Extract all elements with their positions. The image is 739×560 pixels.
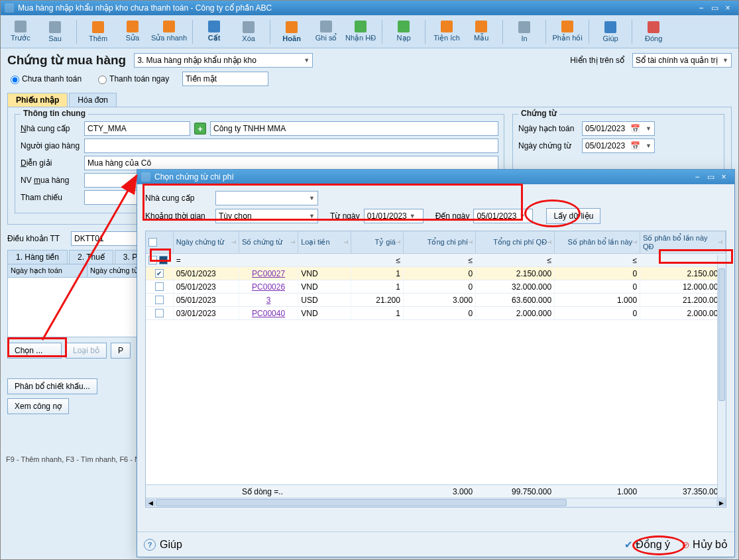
display-on-dropdown[interactable]: Sổ tài chính và quản trị▼ (632, 53, 732, 68)
toolbar-xóa[interactable]: Xóa (233, 17, 264, 46)
grid-filter-2[interactable] (239, 254, 298, 266)
grid-filter-5[interactable]: ≤ (404, 254, 476, 266)
toolbar-icon (441, 21, 453, 32)
maximize-button[interactable]: ▭ (708, 3, 721, 13)
toolbar-sửa[interactable]: Sửa (117, 17, 148, 46)
supplier-name-input[interactable] (210, 121, 498, 136)
modal-from-date[interactable]: 01/01/2023▼ (364, 209, 424, 223)
grid-hscroll[interactable]: ◀ ▶ (146, 498, 726, 507)
add-supplier-icon[interactable]: + (194, 123, 206, 135)
description-input[interactable] (84, 156, 498, 170)
grid-col-4[interactable]: Tỷ giá⊣ (351, 231, 404, 254)
toolbar-ghi-sổ[interactable]: Ghi sổ (310, 17, 342, 46)
toolbar-tiện-ích[interactable]: Tiện ích (431, 17, 463, 46)
grid-col-7[interactable]: Số phân bổ lần này⊣ (555, 231, 640, 254)
toolbar-giúp[interactable]: Giúp (595, 17, 626, 46)
post-date-input[interactable]: 05/01/2023📅▼ (582, 121, 655, 136)
grid-filter-6[interactable]: ≤ (476, 254, 555, 266)
grid-total-6: 99.750.000 (476, 485, 555, 498)
voucher-link[interactable]: PC00026 (252, 282, 285, 292)
grid-col-8[interactable]: Số phân bổ lần này QĐ⊣ (640, 231, 726, 254)
subtab-goods-money[interactable]: 1. Hàng tiền (7, 250, 68, 264)
toolbar-hoãn[interactable]: Hoãn (276, 17, 308, 46)
remove-button[interactable]: Loại bỏ (66, 343, 107, 359)
grid-vscroll[interactable] (717, 255, 726, 498)
modal-period-dropdown[interactable]: Tùy chọn▼ (215, 209, 318, 223)
cancel-button[interactable]: Hủy bỏ (693, 538, 728, 551)
ok-button[interactable]: Đồng ý (636, 538, 670, 551)
col-post-date[interactable]: Ngày hạch toán (8, 264, 87, 277)
voucher-link[interactable]: 3 (266, 296, 271, 305)
toolbar-icon (243, 21, 255, 33)
grid-row[interactable]: 05/01/2023PC00026VND1032.000.000012.000.… (146, 280, 726, 294)
paid-now-radio[interactable]: Thanh toán ngay (95, 74, 169, 84)
toolbar-thêm[interactable]: Thêm (82, 17, 114, 46)
grid-col-1[interactable]: Ngày chứng từ⊣ (174, 231, 239, 254)
minimize-button[interactable]: − (695, 3, 708, 13)
unpaid-radio[interactable]: Chưa thanh toán (7, 74, 82, 84)
row-checkbox[interactable] (155, 269, 164, 278)
deliverer-input[interactable] (84, 139, 498, 153)
toolbar-icon (648, 21, 659, 33)
cash-type-input[interactable] (182, 72, 268, 86)
toolbar-sửa-nhanh[interactable]: Sửa nhanh (151, 17, 187, 46)
display-on-value: Sổ tài chính và quản trị (636, 56, 718, 65)
view-debt-button[interactable]: Xem công nợ (7, 398, 69, 414)
modal-maximize[interactable]: ▭ (704, 172, 717, 182)
grid-row[interactable]: 05/01/20233USD21.2003.00063.600.0001.000… (146, 294, 726, 307)
tab-entry-slip[interactable]: Phiếu nhập (7, 93, 68, 107)
toolbar-nạp[interactable]: Nạp (388, 17, 420, 46)
general-info-group: Thông tin chung (21, 109, 88, 118)
grid-row[interactable]: 05/01/2023PC00027VND102.150.00002.150.00… (146, 267, 726, 280)
grid-col-5[interactable]: Tổng chi phí⊣ (404, 231, 476, 254)
modal-minimize[interactable]: − (691, 172, 704, 182)
modal-close[interactable]: × (717, 172, 730, 182)
help-icon[interactable]: ? (144, 539, 156, 551)
grid-filter-3[interactable] (298, 254, 351, 266)
supplier-code-input[interactable] (84, 121, 190, 136)
modal-supplier-label: Nhà cung cấp (145, 194, 211, 203)
grid-filter-0[interactable] (146, 254, 174, 266)
page-title: Chứng từ mua hàng (7, 52, 126, 68)
purchase-type-dropdown[interactable]: 3. Mua hàng nhập khẩu nhập kho▼ (134, 53, 313, 68)
modal-to-label: Đến ngày (435, 211, 470, 221)
toolbar-trước[interactable]: Trước (5, 17, 36, 46)
close-button[interactable]: × (721, 3, 734, 13)
row-checkbox[interactable] (155, 309, 164, 317)
discount-allocation-button[interactable]: Phân bổ chiết khấu... (7, 378, 97, 394)
modal-supplier-dropdown[interactable]: ▼ (215, 191, 318, 205)
p-button[interactable]: P (111, 343, 131, 359)
help-button[interactable]: Giúp (160, 539, 182, 551)
toolbar-cất[interactable]: Cất (198, 17, 230, 46)
toolbar-đóng[interactable]: Đóng (638, 17, 669, 46)
grid-filter-8[interactable]: ≤ (640, 254, 726, 266)
voucher-date-input[interactable]: 05/01/2023📅▼ (582, 139, 655, 153)
toolbar-in[interactable]: In (508, 17, 540, 46)
subtab-tax[interactable]: 2. Thuế (69, 250, 113, 264)
toolbar-nhận-hđ[interactable]: Nhận HĐ (345, 17, 376, 46)
grid-filter-7[interactable]: ≤ (555, 254, 640, 266)
voucher-link[interactable]: PC00027 (252, 269, 285, 278)
toolbar-mẫu[interactable]: Mẫu (465, 17, 497, 46)
status-bar-text: F9 - Thêm nhanh, F3 - Tìm nhanh, F6 - N (6, 455, 140, 463)
check-icon: ✔ (624, 539, 633, 551)
modal-to-date[interactable]: 05/01/2023▼ (473, 209, 533, 223)
row-checkbox[interactable] (155, 282, 164, 291)
choose-button[interactable]: Chọn ... (7, 343, 62, 359)
toolbar-sau[interactable]: Sau (39, 17, 71, 46)
voucher-link[interactable]: PC00040 (252, 309, 285, 318)
grid-row[interactable]: 03/01/2023PC00040VND102.000.00002.000.00… (146, 307, 726, 320)
grid-col-0[interactable] (146, 231, 174, 254)
grid-col-6[interactable]: Tổng chi phí QĐ⊣ (476, 231, 555, 254)
grid-col-3[interactable]: Loại tiền⊣ (298, 231, 351, 254)
hscroll-right-icon[interactable]: ▶ (716, 499, 726, 506)
row-checkbox[interactable] (155, 296, 164, 304)
hscroll-left-icon[interactable]: ◀ (146, 499, 155, 506)
grid-filter-4[interactable]: ≤ (351, 254, 404, 266)
select-all-checkbox[interactable] (148, 238, 157, 247)
grid-filter-1[interactable]: = (174, 254, 239, 266)
grid-col-2[interactable]: Số chứng từ⊣ (239, 231, 298, 254)
toolbar-phản-hồi[interactable]: Phản hồi (551, 17, 583, 46)
tab-invoice[interactable]: Hóa đơn (69, 93, 117, 107)
fetch-data-button[interactable]: Lấy dữ liệu (546, 208, 600, 224)
